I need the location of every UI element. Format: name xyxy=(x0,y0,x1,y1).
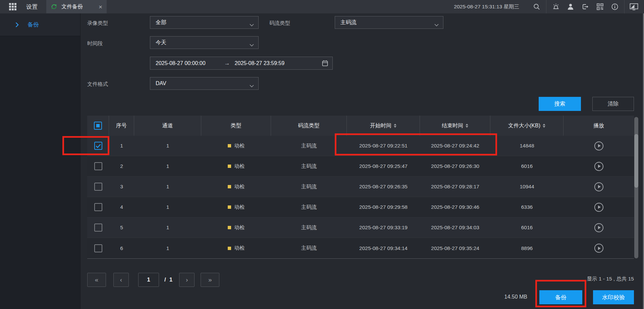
chevron-right-icon xyxy=(15,22,19,27)
results-summary: 显示 1 - 15 , 总共 15 xyxy=(587,275,634,283)
cell-start-time: 2025-08-27 09:25:47 xyxy=(347,156,420,177)
cell-end-time: 2025-08-27 09:28:17 xyxy=(420,177,490,197)
row-checkbox[interactable] xyxy=(94,183,102,191)
backup-button[interactable]: 备份 xyxy=(539,290,582,304)
table-row: 5 1 动检 主码流 2025-08-27 09:33:19 2025-08-2… xyxy=(87,218,634,238)
row-checkbox[interactable] xyxy=(94,224,102,232)
info-icon[interactable] xyxy=(607,0,622,13)
cell-type: 动检 xyxy=(234,183,245,190)
file-format-select[interactable]: DAV xyxy=(150,77,259,90)
topbar-divider xyxy=(624,0,625,13)
app-grid-icon[interactable] xyxy=(9,3,17,11)
cell-end-time: 2025-08-27 09:30:46 xyxy=(420,197,490,218)
clear-button[interactable]: 清除 xyxy=(592,97,634,111)
table-body: 1 1 动检 主码流 2025-08-27 09:22:51 2025-08-2… xyxy=(87,136,634,259)
cell-file-size: 6336 xyxy=(490,197,564,218)
cell-stream: 主码流 xyxy=(271,177,347,197)
refresh-icon[interactable] xyxy=(51,3,57,10)
end-datetime-value[interactable]: 2025-08-27 23:59:59 xyxy=(235,60,285,66)
cell-start-time: 2025-08-27 09:33:19 xyxy=(347,218,420,238)
motion-type-marker xyxy=(228,185,231,188)
table-header: 序号 通道 类型 码流类型 开始时间 结束时间 文件大小(KB) 播放 xyxy=(87,116,634,136)
period-value: 今天 xyxy=(156,39,166,46)
play-button[interactable] xyxy=(594,182,603,191)
header-type[interactable]: 类型 xyxy=(201,116,271,136)
chevron-down-icon xyxy=(250,42,254,48)
play-button[interactable] xyxy=(594,203,603,212)
prev-page-button[interactable]: ‹ xyxy=(113,273,129,287)
cell-start-time: 2025-08-27 09:29:58 xyxy=(347,197,420,218)
calendar-icon[interactable] xyxy=(322,60,328,66)
tab-close-icon[interactable]: × xyxy=(99,4,102,10)
cell-channel: 1 xyxy=(134,218,201,238)
cell-seq: 4 xyxy=(109,197,134,218)
cell-type: 动检 xyxy=(234,163,245,170)
cell-start-time: 2025-08-27 09:26:35 xyxy=(347,177,420,197)
cell-end-time: 2025-08-27 09:34:03 xyxy=(420,218,490,238)
cell-type: 动检 xyxy=(234,204,245,211)
play-button[interactable] xyxy=(594,141,603,150)
period-select[interactable]: 今天 xyxy=(150,36,259,49)
page-separator: / xyxy=(164,276,166,283)
chevron-down-icon xyxy=(250,22,254,28)
header-end-time[interactable]: 结束时间 xyxy=(420,116,490,136)
page-number-input[interactable] xyxy=(138,273,159,287)
cell-start-time: 2025-08-27 09:34:14 xyxy=(347,238,420,258)
search-icon[interactable] xyxy=(529,0,544,13)
cell-stream: 主码流 xyxy=(271,136,347,156)
cell-file-size: 6016 xyxy=(490,156,564,177)
play-button[interactable] xyxy=(594,223,603,232)
date-range-picker[interactable]: 2025-08-27 00:00:00 → 2025-08-27 23:59:5… xyxy=(150,57,333,70)
motion-type-marker xyxy=(228,144,231,147)
header-file-size[interactable]: 文件大小(KB) xyxy=(490,116,564,136)
tab-title: 文件备份 xyxy=(61,3,83,10)
first-page-button[interactable]: « xyxy=(87,273,106,287)
tab-file-backup[interactable]: 文件备份 × xyxy=(46,0,107,13)
range-arrow-icon: → xyxy=(224,60,230,67)
user-icon[interactable] xyxy=(563,0,578,13)
settings-menu[interactable]: 设置 xyxy=(26,3,38,11)
start-datetime-value[interactable]: 2025-08-27 00:00:00 xyxy=(156,60,206,66)
record-type-select[interactable]: 全部 xyxy=(150,16,259,29)
sidebar-item-backup[interactable]: 备份 xyxy=(0,13,80,36)
scrollbar-thumb[interactable] xyxy=(634,134,638,188)
system-datetime: 2025-08-27 15:31:13 星期三 xyxy=(454,3,519,10)
table-scrollbar[interactable] xyxy=(634,117,638,258)
table-row: 6 1 动检 主码流 2025-08-27 09:34:14 2025-08-2… xyxy=(87,238,634,258)
cell-channel: 1 xyxy=(134,156,201,177)
next-page-button[interactable]: › xyxy=(179,273,195,287)
motion-type-marker xyxy=(228,226,231,229)
file-format-label: 文件格式 xyxy=(87,81,108,88)
cell-stream: 主码流 xyxy=(271,197,347,218)
cell-stream: 主码流 xyxy=(271,218,347,238)
search-button[interactable]: 搜索 xyxy=(539,97,581,111)
cell-type: 动检 xyxy=(234,142,245,149)
sort-icon[interactable] xyxy=(394,124,396,128)
cell-end-time: 2025-08-27 09:26:30 xyxy=(420,156,490,177)
watermark-verify-button[interactable]: 水印校验 xyxy=(593,290,634,304)
row-checkbox[interactable] xyxy=(94,142,102,150)
logout-icon[interactable] xyxy=(578,0,593,13)
play-button[interactable] xyxy=(594,244,603,253)
last-page-button[interactable]: » xyxy=(201,273,219,287)
table-row: 3 1 动检 主码流 2025-08-27 09:26:35 2025-08-2… xyxy=(87,177,634,197)
header-channel[interactable]: 通道 xyxy=(134,116,201,136)
alarm-icon[interactable] xyxy=(548,0,563,13)
row-checkbox[interactable] xyxy=(94,162,102,170)
header-start-time[interactable]: 开始时间 xyxy=(347,116,420,136)
select-all-checkbox[interactable] xyxy=(94,122,102,130)
monitor-icon[interactable] xyxy=(627,0,641,13)
qr-code-icon[interactable] xyxy=(593,0,607,13)
table-row: 2 1 动检 主码流 2025-08-27 09:25:47 2025-08-2… xyxy=(87,156,634,177)
sort-icon[interactable] xyxy=(543,124,545,128)
cell-channel: 1 xyxy=(134,177,201,197)
play-button[interactable] xyxy=(594,162,603,171)
header-stream[interactable]: 码流类型 xyxy=(271,116,347,136)
stream-type-select[interactable]: 主码流 xyxy=(335,16,443,29)
row-checkbox[interactable] xyxy=(94,244,102,252)
row-checkbox[interactable] xyxy=(94,203,102,211)
sort-icon[interactable] xyxy=(466,124,468,128)
header-seq[interactable]: 序号 xyxy=(109,116,134,136)
pagination: « ‹ / 1 › » xyxy=(87,273,219,287)
cell-type: 动检 xyxy=(234,224,245,231)
